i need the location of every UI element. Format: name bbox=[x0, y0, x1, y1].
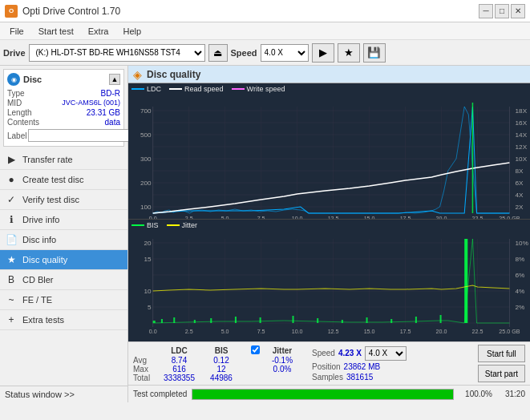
speed-dropdown[interactable]: 4.0 X bbox=[365, 346, 407, 361]
fe-te-icon: ~ bbox=[5, 293, 18, 306]
svg-text:15: 15 bbox=[144, 256, 152, 263]
action-buttons: Start full Start part bbox=[478, 345, 525, 382]
stats-bar: LDC BIS Jitter Avg 8.74 0.12 -0.1% bbox=[128, 341, 530, 385]
menu-help[interactable]: Help bbox=[116, 25, 148, 38]
sidebar-item-fe-te[interactable]: ~ FE / TE bbox=[0, 290, 127, 310]
sidebar-item-drive-info[interactable]: ℹ Drive info bbox=[0, 210, 127, 230]
bis-header: BIS bbox=[201, 345, 241, 356]
max-ldc: 616 bbox=[157, 365, 201, 374]
disc-contents-value: data bbox=[105, 118, 120, 127]
disc-quality-btn[interactable]: ★ bbox=[338, 43, 360, 63]
disc-info-icon: 📄 bbox=[5, 233, 18, 246]
speed-position-info: Speed 4.23 X 4.0 X Position 23862 MB Sam… bbox=[312, 346, 407, 382]
charts-container: LDC Read speed Write speed bbox=[128, 83, 530, 341]
save-btn[interactable]: 💾 bbox=[363, 43, 386, 63]
menu-starttest[interactable]: Start test bbox=[32, 25, 80, 38]
svg-text:6X: 6X bbox=[516, 180, 524, 187]
top-chart-svg: 700 500 300 200 100 18X 16X 14X 12X 10X … bbox=[128, 95, 530, 219]
svg-rect-47 bbox=[128, 231, 530, 335]
drive-info-icon: ℹ bbox=[5, 213, 18, 226]
status-window-btn[interactable]: Status window >> bbox=[0, 386, 127, 402]
samples-label: Samples bbox=[312, 373, 343, 382]
max-label: Max bbox=[133, 365, 157, 374]
svg-rect-81 bbox=[292, 316, 293, 323]
progress-time: 31:20 bbox=[497, 390, 525, 398]
svg-text:15.0: 15.0 bbox=[364, 329, 375, 334]
svg-text:25.0 GB: 25.0 GB bbox=[499, 329, 520, 334]
sidebar-item-verify-test-disc[interactable]: ✓ Verify test disc bbox=[0, 190, 127, 210]
disc-expand-btn[interactable]: ▲ bbox=[109, 74, 120, 85]
chart-area: ◈ Disc quality LDC Read speed bbox=[128, 66, 530, 402]
chart-header-icon: ◈ bbox=[133, 68, 142, 81]
disc-contents-field: Contents data bbox=[7, 118, 120, 127]
sidebar-item-disc-info[interactable]: 📄 Disc info bbox=[0, 230, 127, 250]
speed-val: 4.23 X bbox=[338, 349, 362, 357]
minimize-button[interactable]: ─ bbox=[479, 4, 493, 18]
position-label: Position bbox=[312, 362, 341, 371]
speed-select[interactable]: 4.0 X bbox=[261, 44, 309, 62]
start-full-button[interactable]: Start full bbox=[478, 345, 525, 362]
svg-text:2X: 2X bbox=[516, 204, 524, 211]
sidebar-item-label: Create test disc bbox=[22, 175, 83, 184]
ldc-legend-color bbox=[131, 88, 144, 90]
eject-button[interactable]: ⏏ bbox=[208, 44, 228, 62]
drive-select[interactable]: (K:) HL-DT-ST BD-RE WH16NS58 TST4 bbox=[29, 44, 205, 62]
sidebar-item-label: FE / TE bbox=[22, 295, 52, 305]
svg-rect-82 bbox=[317, 318, 318, 323]
sidebar-item-extra-tests[interactable]: + Extra tests bbox=[0, 310, 127, 330]
titlebar-left: O Opti Drive Control 1.70 bbox=[5, 5, 120, 18]
svg-text:7.5: 7.5 bbox=[257, 216, 265, 219]
sidebar-item-label: Transfer rate bbox=[22, 155, 73, 164]
progress-bar-container: Test completed 100.0% 31:20 bbox=[128, 385, 530, 402]
sidebar-item-transfer-rate[interactable]: ▶ Transfer rate bbox=[0, 150, 127, 170]
maximize-button[interactable]: □ bbox=[495, 4, 509, 18]
menu-file[interactable]: File bbox=[3, 25, 30, 38]
titlebar: O Opti Drive Control 1.70 ─ □ ✕ bbox=[0, 0, 530, 22]
max-jitter: 0.0% bbox=[262, 365, 302, 374]
progress-percent: 100.0% bbox=[459, 390, 492, 398]
speed-label: Speed bbox=[231, 48, 257, 58]
disc-mid-field: MID JVC-AMS6L (001) bbox=[7, 99, 120, 107]
sidebar-item-create-test-disc[interactable]: ● Create test disc bbox=[0, 170, 127, 190]
menu-extra[interactable]: Extra bbox=[82, 25, 115, 38]
legend-ldc: LDC bbox=[131, 85, 161, 93]
close-button[interactable]: ✕ bbox=[511, 4, 525, 18]
disc-type-field: Type BD-R bbox=[7, 89, 120, 98]
samples-val: 381615 bbox=[346, 373, 373, 382]
svg-text:20: 20 bbox=[144, 240, 152, 247]
svg-rect-85 bbox=[390, 319, 392, 323]
create-disc-icon: ● bbox=[5, 173, 18, 186]
jitter-checkbox[interactable] bbox=[251, 345, 260, 354]
sidebar-item-label: Disc info bbox=[22, 235, 56, 244]
disc-label-input[interactable] bbox=[28, 129, 135, 142]
svg-rect-74 bbox=[153, 321, 156, 323]
avg-bis: 0.12 bbox=[201, 356, 241, 365]
svg-text:17.5: 17.5 bbox=[400, 216, 411, 219]
speed-row: Speed 4.23 X 4.0 X bbox=[312, 346, 407, 361]
svg-text:700: 700 bbox=[140, 107, 152, 115]
svg-text:6%: 6% bbox=[516, 272, 525, 279]
disc-length-value: 23.31 GB bbox=[87, 108, 120, 117]
legend-bis: BIS bbox=[131, 221, 159, 229]
top-legend: LDC Read speed Write speed bbox=[128, 83, 530, 95]
svg-rect-87 bbox=[440, 315, 442, 323]
svg-text:8X: 8X bbox=[516, 168, 524, 175]
svg-rect-75 bbox=[161, 319, 163, 323]
start-part-button[interactable]: Start part bbox=[478, 365, 525, 382]
svg-text:0.0: 0.0 bbox=[149, 216, 157, 219]
bottom-chart-section: BIS Jitter 20 bbox=[128, 220, 530, 341]
svg-text:10.0: 10.0 bbox=[292, 329, 303, 334]
sidebar-item-label: CD Bler bbox=[22, 275, 54, 285]
sidebar-item-disc-quality[interactable]: ★ Disc quality bbox=[0, 250, 127, 270]
start-test-icon-btn[interactable]: ▶ bbox=[312, 43, 334, 63]
svg-rect-88 bbox=[464, 239, 467, 323]
svg-text:12X: 12X bbox=[516, 143, 528, 151]
jitter-legend-color bbox=[167, 224, 180, 226]
avg-jitter: -0.1% bbox=[262, 356, 302, 365]
svg-text:2%: 2% bbox=[516, 304, 525, 311]
sidebar-item-cd-bler[interactable]: B CD Bler bbox=[0, 270, 127, 290]
svg-text:200: 200 bbox=[140, 180, 152, 187]
disc-header: ◉ Disc ▲ bbox=[7, 73, 120, 86]
svg-text:8%: 8% bbox=[516, 256, 525, 263]
svg-text:5.0: 5.0 bbox=[221, 329, 229, 334]
